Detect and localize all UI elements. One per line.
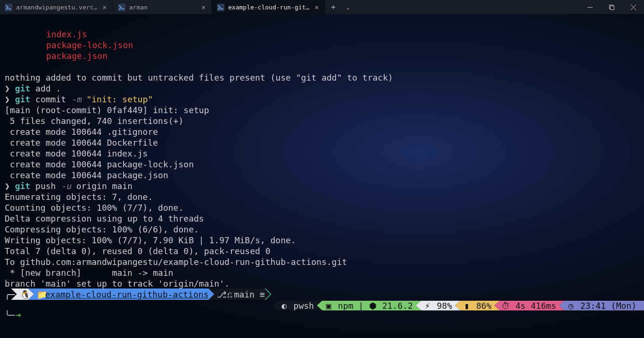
cmd-rest: add .	[30, 83, 61, 93]
out-line: Delta compression using up to 4 threads	[5, 214, 204, 223]
tab-2[interactable]: arman ✕	[113, 0, 212, 14]
status-line: nothing added to commit but untracked fi…	[5, 73, 393, 82]
close-window-button[interactable]	[622, 0, 644, 14]
maximize-button[interactable]	[601, 0, 622, 14]
power-segment: ⚡ 98%	[416, 301, 461, 311]
cmd-rest: commit	[30, 94, 71, 104]
untracked-file: index.js	[5, 29, 639, 40]
minimize-button[interactable]	[579, 0, 601, 14]
out-line: Counting objects: 100% (7/7), done.	[5, 203, 183, 213]
path-segment: 📁 example-cloud-run-github-actions	[28, 289, 215, 300]
out-line: 5 files changed, 740 insertions(+)	[5, 116, 183, 126]
git-cmd: git	[15, 83, 31, 93]
close-icon[interactable]: ✕	[314, 3, 320, 11]
out-line: To github.com:armandwipangestu/example-c…	[5, 257, 347, 267]
folder-name: example-cloud-run-github-actions	[45, 289, 209, 299]
hex-icon: ⬢	[369, 301, 377, 311]
out-line: Compressing objects: 100% (6/6), done.	[5, 224, 199, 234]
out-line: * [new branch] main -> main	[5, 268, 173, 278]
out-line: create mode 100644 package-lock.json	[5, 159, 194, 169]
untracked-file: package-lock.json	[5, 40, 639, 50]
shell-icon: ◐	[280, 301, 289, 311]
git-segment: ⎇⎌ main ≡	[208, 289, 270, 300]
node-version: 21.6.2	[377, 301, 413, 311]
prompt-line-1: ╭─ 🐧 📁 example-cloud-run-github-actions …	[5, 289, 639, 300]
shell-segment: ◐ pwsh	[272, 301, 322, 311]
powershell-icon	[217, 3, 224, 11]
cmd-string: "init: setup"	[82, 94, 153, 104]
hourglass-icon: ⏱	[502, 301, 510, 311]
input-line[interactable]: ╰─➜	[5, 310, 21, 320]
shell-name: pwsh	[294, 301, 314, 311]
prompt-chevron: ❯	[5, 181, 15, 191]
out-line: create mode 100644 index.js	[5, 148, 148, 158]
tab-1[interactable]: armandwipangestu.vercel.app ✕	[0, 0, 113, 14]
out-line: [main (root-commit) 0faf449] init: setup	[5, 105, 209, 115]
powershell-icon	[118, 3, 125, 11]
battery-segment: ▮ 86%	[455, 301, 500, 311]
npm-icon: ▣	[324, 301, 333, 311]
window-controls	[579, 0, 644, 14]
out-line: create mode 100644 .gitignore	[5, 127, 158, 137]
cmd-flag: -m	[71, 94, 82, 104]
tab-label: armandwipangestu.vercel.app	[16, 4, 98, 11]
prompt-line-2: ◐ pwsh ▣ npm | ⬢ 21.6.2 ⚡ 98% ▮ 86% ⏱ 4s…	[5, 300, 639, 311]
clock-segment: ◷ 23:41 (Mon)	[559, 301, 644, 311]
cmd-flag: -u	[61, 181, 71, 191]
new-tab-button[interactable]: ＋	[325, 0, 341, 14]
timing-segment: ⏱ 4s 416ms	[494, 301, 565, 311]
battery-val: 86%	[471, 301, 491, 311]
cmd-rest: origin main	[71, 181, 132, 191]
git-cmd: git	[15, 94, 31, 104]
tab-dropdown-button[interactable]: ⌄	[341, 0, 355, 14]
runtime-segment: ▣ npm | ⬢ 21.6.2	[317, 301, 421, 311]
clock-val: 23:41 (Mon)	[575, 301, 636, 311]
svg-rect-4	[610, 6, 614, 9]
tab-label: arman	[129, 4, 197, 11]
clock-icon: ◷	[567, 301, 575, 311]
cmd-rest: push	[30, 181, 61, 191]
branch-icon: ⎌	[225, 289, 234, 299]
close-icon[interactable]: ✕	[200, 3, 207, 11]
terminal-output[interactable]: index.jspackage-lock.jsonpackage.json no…	[0, 14, 644, 289]
tab-strip: armandwipangestu.vercel.app ✕ arman ✕ ex…	[0, 0, 579, 14]
close-icon[interactable]: ✕	[101, 3, 108, 11]
git-cmd: git	[15, 181, 31, 191]
prompt-chevron: ❯	[5, 94, 15, 104]
out-line: Enumerating objects: 7, done.	[5, 192, 153, 202]
power-val: 98%	[432, 301, 452, 311]
untracked-file: package.json	[5, 50, 639, 61]
branch-name: main ≡	[234, 289, 264, 299]
out-line: create mode 100644 package.json	[5, 170, 168, 180]
input-arrow-icon: ➜	[16, 310, 21, 320]
battery-icon: ▮	[462, 301, 471, 311]
tab-3-active[interactable]: example-cloud-run-github-ac ✕	[212, 0, 325, 14]
out-line: Writing objects: 100% (7/7), 7.90 KiB | …	[5, 235, 296, 245]
title-bar: armandwipangestu.vercel.app ✕ arman ✕ ex…	[0, 0, 644, 14]
plug-icon: ⚡	[423, 301, 432, 311]
out-line: Total 7 (delta 0), reused 0 (delta 0), p…	[5, 246, 271, 256]
linux-icon: 🐧	[20, 289, 28, 299]
corner-icon: ╰─	[5, 310, 15, 320]
out-line: branch 'main' set up to track 'origin/ma…	[5, 279, 230, 289]
tab-label: example-cloud-run-github-ac	[228, 4, 310, 11]
prompt-chevron: ❯	[5, 83, 15, 93]
npm-label: npm |	[333, 301, 369, 311]
github-icon: ⎇	[217, 289, 225, 299]
out-line: create mode 100644 Dockerfile	[5, 138, 158, 148]
folder-icon: 📁	[37, 289, 45, 299]
timing-val: 4s 416ms	[510, 301, 556, 311]
powershell-icon	[5, 3, 12, 11]
